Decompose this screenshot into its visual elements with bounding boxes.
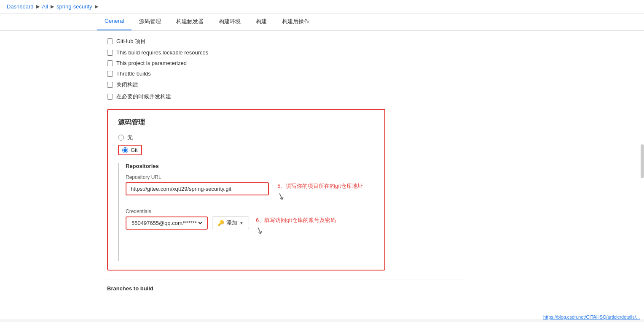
checkbox-parameterized: This project is parameterized	[107, 60, 466, 66]
tab-general[interactable]: General	[97, 14, 131, 30]
scrollbar-hint[interactable]	[641, 144, 644, 178]
source-management-box: 源码管理 无 Git Repositories Repository URL	[107, 109, 385, 271]
concurrent-builds-label: 在必要的时候并发构建	[116, 93, 171, 100]
radio-none: 无	[118, 134, 374, 141]
throttle-builds-checkbox[interactable]	[107, 71, 113, 77]
tabs-bar: General 源码管理 构建触发器 构建环境 构建 构建后操作	[0, 14, 644, 31]
checkbox-concurrent: 在必要的时候并发构建	[107, 93, 466, 100]
repo-url-input[interactable]	[126, 182, 269, 195]
disable-build-label: 关闭构建	[116, 81, 138, 89]
scm-none-radio[interactable]	[118, 135, 124, 141]
scm-git-radio[interactable]	[122, 147, 128, 153]
repos-content: Repositories Repository URL 5、填写你的项目所在的g…	[126, 163, 374, 261]
credentials-select-box: 550497655@qq.com/******	[126, 216, 208, 230]
breadcrumb: Dashboard ▶ All ▶ spring-security ▶	[0, 0, 644, 14]
repos-border	[118, 163, 119, 261]
git-selected-box: Git	[118, 145, 142, 155]
source-management-title: 源码管理	[118, 118, 374, 127]
add-credentials-button[interactable]: 🔑 添加 ▼	[212, 216, 249, 229]
key-icon: 🔑	[217, 220, 224, 226]
checkbox-disable-build: 关闭构建	[107, 81, 466, 89]
cred-annotation-text: 6、填写访问git仓库的账号及密码	[256, 216, 336, 224]
credentials-section: Credentials 550497655@qq.com/****** 🔑 添加	[126, 208, 374, 236]
repositories-section: Repositories Repository URL 5、填写你的项目所在的g…	[118, 163, 374, 261]
github-project-checkbox[interactable]	[107, 38, 113, 44]
credentials-label: Credentials	[126, 208, 374, 214]
parameterized-label: This project is parameterized	[116, 60, 187, 66]
breadcrumb-all[interactable]: All	[42, 3, 48, 10]
concurrent-builds-checkbox[interactable]	[107, 94, 113, 100]
tab-build[interactable]: 构建	[248, 14, 274, 30]
scm-git-label: Git	[131, 147, 138, 153]
tab-env[interactable]: 构建环境	[211, 14, 248, 30]
repo-url-label: Repository URL	[126, 174, 374, 180]
lockable-resources-checkbox[interactable]	[107, 50, 113, 56]
breadcrumb-arrow-1: ▶	[36, 4, 40, 9]
breadcrumb-arrow-3: ▶	[95, 4, 98, 9]
repos-title: Repositories	[126, 163, 374, 169]
credentials-select[interactable]: 550497655@qq.com/******	[130, 219, 204, 227]
tab-trigger[interactable]: 构建触发器	[169, 14, 211, 30]
breadcrumb-spring-security[interactable]: spring-security	[56, 3, 92, 10]
breadcrumb-dashboard[interactable]: Dashboard	[7, 3, 34, 10]
scm-none-label: 无	[127, 134, 133, 141]
content-body: GitHub 项目 This build requires lockable r…	[97, 31, 476, 298]
checkbox-github-project: GitHub 项目	[107, 38, 466, 45]
lockable-resources-label: This build requires lockable resources	[116, 49, 208, 56]
parameterized-checkbox[interactable]	[107, 60, 113, 66]
throttle-builds-label: Throttle builds	[116, 70, 151, 77]
branches-section: Branches to build	[107, 279, 466, 292]
add-btn-label: 添加	[226, 219, 237, 227]
tab-postbuild[interactable]: 构建后操作	[274, 14, 317, 30]
checkbox-throttle: Throttle builds	[107, 70, 466, 77]
tab-source[interactable]: 源码管理	[131, 14, 169, 30]
breadcrumb-arrow-2: ▶	[51, 4, 54, 9]
dropdown-arrow-icon: ▼	[239, 221, 244, 225]
checkbox-lockable: This build requires lockable resources	[107, 49, 466, 56]
github-project-label: GitHub 项目	[116, 38, 146, 45]
branches-title: Branches to build	[107, 285, 466, 292]
bottom-watermark: https://blog.csdn.net/CITAHSQ/article/de…	[543, 314, 640, 319]
main-content: GitHub 项目 This build requires lockable r…	[0, 31, 644, 319]
disable-build-checkbox[interactable]	[107, 82, 113, 88]
url-annotation-text: 5、填写你的项目所在的git仓库地址	[277, 182, 363, 190]
